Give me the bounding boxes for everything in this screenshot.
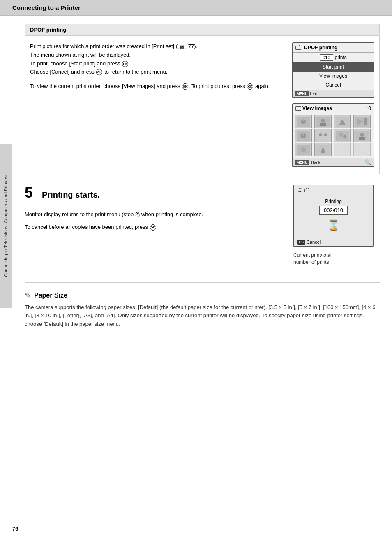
step5-left: 5 Printing starts. Monitor display retur… — [25, 185, 293, 266]
screen-power-icon: ① — [297, 187, 303, 194]
page-number: 76 — [12, 526, 18, 532]
step5-number: 5 — [25, 185, 33, 200]
thumb-4 — [353, 115, 371, 128]
thumbnails-grid — [293, 113, 374, 158]
screen1-menu-cancel: Cancel — [293, 81, 374, 90]
printing-screen-header: ① — [294, 185, 373, 195]
screen2-footer: MENU Back 🔍 — [293, 158, 374, 166]
step5-title: Printing starts. — [42, 189, 100, 200]
thumb-5 — [295, 129, 312, 142]
thumb-10 — [314, 143, 332, 156]
svg-point-2 — [302, 119, 304, 121]
screen2-title: View images — [302, 106, 332, 111]
svg-rect-14 — [316, 131, 330, 141]
paper-size-title-row: ✎ Paper Size — [25, 291, 380, 300]
svg-rect-22 — [359, 137, 365, 140]
sidebar-label: Connecting to Televisions, Computers and… — [0, 144, 12, 308]
screen2-footer-text: Back — [311, 160, 321, 165]
step5-para1: Monitor display returns to the print men… — [25, 210, 293, 219]
dpof-text: Print pictures for which a print order w… — [30, 42, 284, 167]
step5-body: Monitor display returns to the print men… — [25, 210, 293, 232]
ok-badge: OK — [297, 240, 305, 245]
printing-label: Printing — [299, 198, 368, 204]
svg-point-13 — [302, 133, 304, 136]
dpof-screen2: View images 10 — [292, 103, 374, 167]
ok-button-icon: OK — [122, 61, 128, 67]
hourglass-icon: ⌛ — [299, 219, 368, 231]
thumb-6 — [314, 129, 332, 142]
step5-section: 5 Printing starts. Monitor display retur… — [25, 176, 380, 274]
dpof-para1: Print pictures for which a print order w… — [30, 42, 284, 76]
svg-rect-5 — [320, 123, 326, 126]
screen1-menu-start: Start print — [293, 62, 374, 72]
zoom-icon: 🔍 — [365, 159, 371, 165]
camera-icon — [295, 46, 301, 50]
ok-button-icon4: OK — [247, 83, 253, 90]
dpof-screen1: DPOF printing 010 prints Start print Vie… — [292, 42, 374, 98]
thumb-3 — [334, 115, 351, 128]
thumb-11 — [334, 143, 351, 156]
thumb-12 — [353, 143, 371, 156]
screen1-menu-view: View images — [293, 72, 374, 81]
paper-size-heading: Paper Size — [34, 292, 67, 299]
printing-footer: OK Cancel — [294, 238, 373, 246]
screen1-prints-row: 010 prints — [293, 53, 374, 62]
ok-button-icon3: OK — [182, 83, 188, 90]
dpof-section: DPOF printing Print pictures for which a… — [25, 24, 380, 174]
screen2-header: View images 10 — [293, 104, 374, 113]
note-icon: ✎ — [25, 291, 31, 300]
screen-cam-indicator — [304, 187, 311, 194]
thumb-8 — [353, 129, 371, 142]
svg-point-24 — [301, 147, 306, 152]
thumb-9 — [295, 143, 312, 156]
svg-point-19 — [343, 135, 346, 138]
step5-para2: To cancel before all copies have been pr… — [25, 223, 293, 232]
dpof-para2: To view the current print order, choose … — [30, 82, 284, 91]
dpof-screens: DPOF printing 010 prints Start print Vie… — [292, 42, 374, 167]
screen1-title: DPOF printing — [304, 45, 337, 51]
thumb-7 — [334, 129, 351, 142]
screen1-prints-count: 010 — [320, 54, 333, 61]
step5-right: ① Printing 002/010 ⌛ OK Cancel Current p… — [293, 185, 380, 266]
printing-body: Printing 002/010 ⌛ — [294, 195, 373, 238]
svg-point-21 — [360, 133, 364, 137]
menu-label2: MENU — [295, 160, 309, 165]
screen1-footer: MENU Exit — [293, 90, 374, 97]
printing-caption: Current print/total number of prints — [293, 252, 332, 266]
ok-button-icon2: OK — [96, 69, 102, 75]
screen2-count: 10 — [366, 106, 371, 111]
svg-point-16 — [324, 133, 327, 136]
caption-line1: Current print/total — [293, 252, 332, 258]
thumb-2 — [314, 115, 332, 128]
ok-button-icon5: OK — [150, 224, 156, 231]
svg-rect-9 — [364, 118, 367, 125]
paper-size-text: The camera supports the following paper … — [25, 303, 380, 329]
page-title: Connecting to a Printer — [12, 4, 81, 11]
thumb-1 — [295, 115, 312, 128]
sidebar-text: Connecting to Televisions, Computers and… — [3, 175, 8, 277]
printing-cancel-text: Cancel — [307, 240, 321, 245]
screen1-prints-label: prints — [335, 55, 347, 60]
printing-count: 002/010 — [319, 206, 348, 215]
caption-line2: number of prints — [293, 259, 329, 265]
svg-point-18 — [339, 133, 343, 137]
dpof-title: DPOF printing — [25, 24, 379, 36]
page-header: Connecting to a Printer — [0, 0, 392, 16]
svg-point-4 — [321, 119, 325, 123]
menu-label1: MENU — [295, 91, 309, 96]
camera-icon2 — [295, 106, 301, 111]
printing-screen: ① Printing 002/010 ⌛ OK Cancel — [293, 185, 374, 247]
screen1-footer-text: Exit — [310, 92, 317, 96]
svg-point-15 — [319, 133, 322, 136]
paper-size-section: ✎ Paper Size The camera supports the fol… — [25, 282, 380, 341]
